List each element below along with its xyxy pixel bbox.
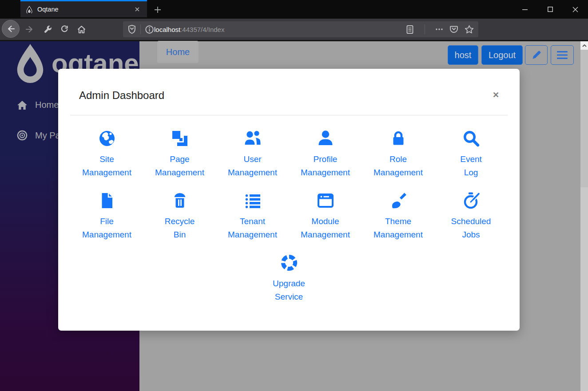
admin-tile-tenant-management[interactable]: TenantManagement <box>216 192 289 241</box>
globe-icon <box>98 130 116 147</box>
page-menu-button[interactable] <box>551 45 574 65</box>
browser-navbar: localhost:44357/4/Index <box>0 19 588 40</box>
tile-label-line1: Module <box>311 215 339 228</box>
admin-tile-file-management[interactable]: FileManagement <box>71 192 143 241</box>
browser-icon <box>317 192 334 209</box>
close-icon[interactable]: ✕ <box>493 91 499 99</box>
oqtane-favicon-icon <box>26 6 33 13</box>
timer-icon <box>462 192 480 209</box>
lock-icon <box>389 130 407 147</box>
admin-tile-upgrade-service[interactable]: UpgradeService <box>253 254 326 304</box>
logout-button[interactable]: Logout <box>481 45 523 65</box>
tile-label-line1: Theme <box>385 215 411 228</box>
aperture-icon <box>280 254 298 272</box>
wrench-icon[interactable] <box>43 24 52 34</box>
page-nav-home[interactable]: Home <box>157 41 199 63</box>
host-user-button[interactable]: host <box>448 45 478 65</box>
admin-tile-recycle-bin[interactable]: RecycleBin <box>143 192 216 241</box>
admin-tile-event-log[interactable]: EventLog <box>435 130 508 179</box>
layers-icon <box>171 130 189 147</box>
tab-title: Oqtane <box>37 6 133 13</box>
tile-label-line2: Management <box>373 166 423 179</box>
tile-label-line2: Service <box>275 290 303 304</box>
tile-label-line2: Management <box>228 166 277 179</box>
tile-label-line1: Upgrade <box>273 277 305 290</box>
admin-tile-profile-management[interactable]: ProfileManagement <box>289 130 362 179</box>
reader-view-icon[interactable] <box>405 25 414 34</box>
brush-icon <box>389 192 407 209</box>
tile-label-line2: Bin <box>174 228 186 241</box>
tiles-row: UpgradeService <box>70 254 508 304</box>
pencil-icon <box>531 50 542 60</box>
site-info-icon[interactable] <box>145 25 154 34</box>
tile-label-line1: User <box>243 153 261 166</box>
logout-button-label: Logout <box>489 50 516 60</box>
tile-label-line1: Scheduled <box>451 215 491 228</box>
tile-label-line1: Event <box>460 153 482 166</box>
bookmark-star-icon[interactable] <box>465 25 474 34</box>
home-icon <box>17 100 28 110</box>
close-window-button[interactable] <box>563 0 588 19</box>
sidebar-item-home[interactable]: Home <box>17 100 59 110</box>
forward-button[interactable] <box>25 24 35 34</box>
tracking-shield-icon[interactable] <box>127 24 136 34</box>
oqtane-drop-icon <box>11 43 50 84</box>
page-nav-home-label: Home <box>166 47 190 57</box>
modal-title: Admin Dashboard <box>79 89 164 101</box>
hamburger-icon <box>557 51 568 59</box>
host-button-label: host <box>455 50 472 60</box>
sidebar-item-label: Home <box>35 100 59 110</box>
tile-label-line1: File <box>100 215 114 228</box>
target-icon <box>17 130 28 141</box>
tile-label-line1: Profile <box>314 153 338 166</box>
window-controls <box>512 0 588 19</box>
maximize-button[interactable] <box>537 0 563 19</box>
tile-label-line2: Management <box>301 166 350 179</box>
new-tab-button[interactable] <box>151 4 164 16</box>
back-button[interactable] <box>2 20 20 38</box>
admin-tile-scheduled-jobs[interactable]: ScheduledJobs <box>435 192 508 241</box>
admin-tile-role-management[interactable]: RoleManagement <box>362 130 435 179</box>
admin-tile-user-management[interactable]: UserManagement <box>216 130 289 179</box>
tile-label-line2: Management <box>301 228 350 241</box>
file-icon <box>98 192 116 209</box>
list-icon <box>244 192 262 209</box>
tile-label-line2: Management <box>155 166 204 179</box>
tile-label-line2: Management <box>82 166 131 179</box>
vertical-scrollbar[interactable] <box>580 41 588 391</box>
tiles-row: SiteManagementPageManagementUserManageme… <box>70 130 508 179</box>
home-button[interactable] <box>76 24 86 34</box>
browser-window: Oqtane <box>0 0 588 391</box>
trash-icon <box>171 192 189 209</box>
tile-label-line1: Role <box>389 153 407 166</box>
magnifying-glass-icon <box>462 130 480 147</box>
admin-tiles-grid: SiteManagementPageManagementUserManageme… <box>58 115 520 304</box>
edit-mode-button[interactable] <box>525 45 548 65</box>
page-actions-icon[interactable] <box>435 28 443 31</box>
urlbar-divider <box>425 24 425 34</box>
url-bar[interactable]: localhost:44357/4/Index <box>123 21 478 37</box>
urlbar-divider <box>140 24 141 34</box>
tile-label-line1: Page <box>170 153 189 166</box>
scroll-up-icon[interactable] <box>580 41 588 50</box>
tile-label-line2: Jobs <box>462 228 480 241</box>
admin-tile-site-management[interactable]: SiteManagement <box>71 130 143 179</box>
tile-label-line1: Tenant <box>240 215 265 228</box>
person-icon <box>317 130 334 147</box>
admin-tile-module-management[interactable]: ModuleManagement <box>289 192 362 241</box>
tile-label-line2: Management <box>373 228 423 241</box>
pocket-icon[interactable] <box>449 25 458 34</box>
browser-tab-oqtane[interactable]: Oqtane <box>20 0 147 17</box>
admin-tile-theme-management[interactable]: ThemeManagement <box>362 192 435 241</box>
refresh-button[interactable] <box>60 24 69 34</box>
tile-label-line2: Management <box>82 228 131 241</box>
web-page: oqtane Home My Page Home host Logout <box>0 40 588 391</box>
admin-tile-page-management[interactable]: PageManagement <box>143 130 216 179</box>
minimize-button[interactable] <box>512 0 537 19</box>
tile-label-line2: Log <box>464 166 478 179</box>
url-path: :44357/4/Index <box>180 26 224 33</box>
admin-dashboard-modal: Admin Dashboard ✕ SiteManagementPageMana… <box>58 69 520 331</box>
people-icon <box>244 130 262 147</box>
tab-close-icon[interactable] <box>133 6 142 13</box>
scrollbar-thumb[interactable] <box>580 50 588 187</box>
